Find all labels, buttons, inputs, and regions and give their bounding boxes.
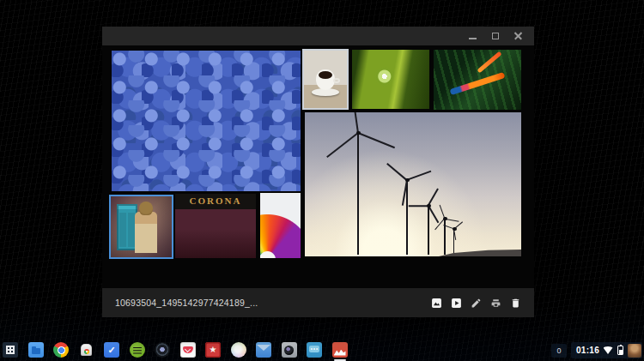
notification-count: 0 — [556, 346, 561, 355]
pastel-circle-icon — [231, 342, 246, 358]
desktop: CORONA 10693504_1495142977424189_... — [0, 0, 644, 361]
camera-lens-icon — [155, 342, 170, 358]
edit-button[interactable] — [471, 298, 482, 309]
inbox-icon — [104, 342, 119, 358]
messages-app-button[interactable] — [307, 342, 322, 358]
wunderlist-app-button[interactable] — [205, 342, 221, 358]
battery-icon — [617, 346, 623, 355]
system-tray[interactable]: 01:16 — [571, 342, 642, 358]
mosaic-view-icon — [431, 298, 442, 309]
corona-brand-text: CORONA — [175, 196, 256, 206]
wifi-icon — [604, 346, 613, 354]
costumed-figure — [135, 212, 157, 253]
wunderlist-icon — [205, 342, 221, 358]
files-icon — [28, 342, 44, 358]
window-titlebar[interactable] — [102, 27, 534, 45]
mail-app-button[interactable] — [256, 342, 271, 358]
costumed-figure-head — [139, 202, 153, 215]
gallery-app-button[interactable] — [332, 342, 348, 358]
flower-bloom — [450, 72, 506, 95]
mail-icon — [256, 342, 271, 358]
chrome-app-button[interactable] — [53, 342, 69, 358]
files-app-button[interactable] — [28, 342, 44, 358]
selected-filename: 10693504_1495142977424189_... — [115, 298, 258, 308]
pocket-icon — [180, 342, 196, 358]
delete-button[interactable] — [510, 298, 521, 309]
pocket-app-button[interactable] — [180, 342, 196, 358]
shelf-apps — [3, 342, 348, 358]
app-launcher-icon — [3, 342, 18, 358]
notification-counter[interactable]: 0 — [551, 344, 567, 358]
coffee-brew — [319, 71, 332, 79]
gallery-icon — [332, 342, 348, 358]
user-avatar — [628, 344, 641, 358]
messages-icon — [307, 342, 322, 358]
camera-icon — [282, 342, 297, 358]
photo-wind-turbines[interactable] — [305, 112, 521, 256]
close-button[interactable] — [513, 30, 524, 42]
gallery-window: CORONA 10693504_1495142977424189_... — [102, 27, 534, 317]
app-launcher-button[interactable] — [3, 342, 18, 358]
window-controls — [467, 27, 524, 45]
pastel-circle-app-button[interactable] — [231, 342, 246, 358]
slideshow-icon — [451, 298, 462, 309]
mosaic-view-button[interactable] — [431, 298, 442, 309]
spotify-icon — [130, 342, 145, 358]
close-icon — [514, 32, 523, 40]
slideshow-button[interactable] — [451, 298, 462, 309]
print-icon — [490, 298, 501, 309]
shelf: 0 01:16 — [0, 333, 644, 361]
photo-bird-of-paradise[interactable] — [434, 50, 521, 110]
photo-corona-typewriter[interactable]: CORONA — [175, 194, 256, 258]
flower-crest — [477, 51, 501, 74]
web-store-app-button[interactable] — [79, 342, 94, 358]
lens-app-button[interactable] — [155, 342, 170, 358]
minimize-button[interactable] — [467, 30, 477, 42]
spotify-app-button[interactable] — [130, 342, 145, 358]
camera-app-button[interactable] — [282, 342, 297, 358]
status-area: 0 01:16 — [551, 342, 642, 358]
edit-icon — [471, 298, 482, 309]
chrome-icon — [53, 342, 69, 358]
gallery-toolbar: 10693504_1495142977424189_... — [102, 288, 534, 317]
photo-costume-police-box[interactable] — [109, 195, 173, 259]
inbox-app-button[interactable] — [104, 342, 119, 358]
maximize-icon — [492, 33, 499, 39]
photo-color-fan[interactable] — [260, 193, 301, 258]
coffee-handle — [333, 78, 340, 83]
toolbar-actions — [431, 298, 521, 309]
photo-blue-stones[interactable] — [112, 51, 301, 191]
print-button[interactable] — [490, 298, 501, 309]
web-store-icon — [79, 342, 94, 358]
photo-coffee-cup[interactable] — [302, 49, 349, 110]
maximize-button[interactable] — [490, 30, 501, 42]
gallery-mosaic: CORONA — [102, 45, 534, 288]
photo-water-droplet-leaf[interactable] — [352, 50, 429, 109]
horizon-hill — [439, 249, 521, 256]
minimize-icon — [469, 38, 477, 39]
clock: 01:16 — [576, 346, 599, 355]
delete-icon — [510, 298, 521, 309]
